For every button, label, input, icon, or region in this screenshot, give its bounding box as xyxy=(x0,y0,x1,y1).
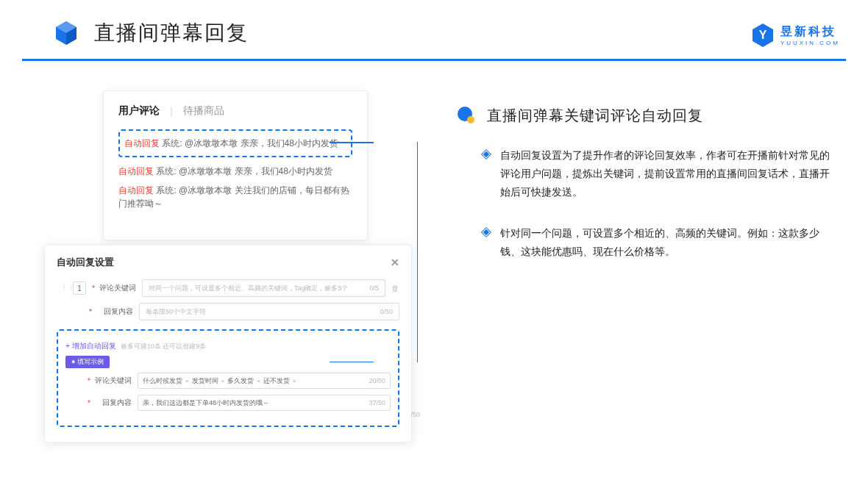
comment-text: 系统: @冰墩墩本墩 关注我们的店铺，每日都有热门推荐呦～ xyxy=(118,185,349,209)
required-icon: * xyxy=(92,284,95,293)
settings-title: 自动回复设置 xyxy=(57,256,114,269)
tag: 发货时间 xyxy=(192,376,218,386)
tag: 多久发货 xyxy=(227,376,254,386)
counter: 0/50 xyxy=(380,308,393,315)
example-badge: ● 填写示例 xyxy=(65,356,110,368)
svg-point-2 xyxy=(467,116,474,123)
tag-remove-icon[interactable]: × xyxy=(221,378,225,384)
auto-reply-settings-modal: 自动回复设置 ✕ ⋮⋮ 1 * 评论关键词 对同一个问题，可设置多个相近、高频的… xyxy=(44,245,412,442)
tab-comments[interactable]: 用户评论 xyxy=(118,104,160,118)
chat-bubble-icon xyxy=(456,105,477,126)
content-label: 回复内容 xyxy=(95,306,133,317)
bullet-1: 自动回复设置为了提升作者的评论回复效率，作者可在开播前针对常见的评论用户问题，提… xyxy=(500,146,839,202)
auto-reply-tag: 自动回复 xyxy=(118,166,154,176)
brand-sub: YUUXIN.COM xyxy=(780,40,840,46)
tag: 什么时候发货 xyxy=(143,376,182,386)
tag-remove-icon[interactable]: × xyxy=(185,378,189,384)
comment-text: 系统: @冰墩墩本墩 亲亲，我们48小时内发货 xyxy=(154,166,332,176)
close-icon[interactable]: ✕ xyxy=(391,256,399,268)
diamond-bullet-icon xyxy=(481,226,491,237)
required-icon: * xyxy=(88,399,90,407)
brand-name: 昱新科技 xyxy=(780,24,840,40)
add-reply-link[interactable]: + 增加自动回复 xyxy=(65,342,116,350)
counter: 0/5 xyxy=(369,284,379,292)
ex-keyword-input[interactable]: 什么时候发货× 发货时间× 多久发货× 还不发货× 20/50 xyxy=(138,373,391,389)
diamond-bullet-icon xyxy=(481,149,491,159)
example-section: + 增加自动回复最多可建10条 还可以创建9条 ● 填写示例 * 评论关键词 什… xyxy=(57,329,399,427)
ex-content-value: 亲，我们这边都是下单48小时内发货的哦～ xyxy=(143,398,366,408)
tab-products[interactable]: 待播商品 xyxy=(183,104,224,118)
tag-remove-icon[interactable]: × xyxy=(257,378,260,384)
cube-icon xyxy=(51,18,81,48)
tag-remove-icon[interactable]: × xyxy=(293,378,296,384)
required-icon: * xyxy=(89,308,92,316)
ex-content-input[interactable]: 亲，我们这边都是下单48小时内发货的哦～ 37/50 xyxy=(138,395,391,411)
counter: 37/50 xyxy=(369,399,385,406)
content-input[interactable]: 每条限50个中文字符 0/50 xyxy=(139,303,399,320)
comment-card: 用户评论 | 待播商品 自动回复 系统: @冰墩墩本墩 亲亲，我们48小时内发货… xyxy=(103,90,368,240)
tab-divider: | xyxy=(170,105,173,117)
comment-text: 系统: @冰墩墩本墩 亲亲，我们48小时内发货 xyxy=(160,138,338,148)
auto-reply-tag: 自动回复 xyxy=(124,138,160,148)
brand-logo-block: Y 昱新科技 YUUXIN.COM xyxy=(750,22,840,49)
counter: 20/50 xyxy=(369,377,385,384)
highlighted-comment: 自动回复 系统: @冰墩墩本墩 亲亲，我们48小时内发货 xyxy=(118,129,352,157)
keyword-label: 评论关键词 xyxy=(98,283,136,293)
ex-content-label: 回复内容 xyxy=(93,398,132,408)
keyword-input[interactable]: 对同一个问题，可设置多个相近、高频的关键词，Tag确定，最多5个 0/5 xyxy=(142,279,385,297)
trash-icon[interactable]: 🗑 xyxy=(391,284,399,293)
index-box: 1 xyxy=(73,281,86,295)
required-icon: * xyxy=(88,377,90,385)
svg-text:Y: Y xyxy=(759,29,767,41)
drag-handle-icon[interactable]: ⋮⋮ xyxy=(61,284,67,292)
add-hint: 最多可建10条 还可以创建9条 xyxy=(121,342,207,350)
ex-keyword-label: 评论关键词 xyxy=(93,376,132,386)
extra-counter: /50 xyxy=(410,411,420,418)
section-title: 直播间弹幕关键词评论自动回复 xyxy=(487,106,703,126)
auto-reply-tag: 自动回复 xyxy=(118,185,154,195)
tag: 还不发货 xyxy=(263,376,290,386)
brand-icon: Y xyxy=(750,22,776,49)
bullet-2: 针对同一个问题，可设置多个相近的、高频的关键词。例如：这款多少钱、这块能优惠吗、… xyxy=(500,224,839,261)
page-title: 直播间弹幕回复 xyxy=(94,19,249,47)
